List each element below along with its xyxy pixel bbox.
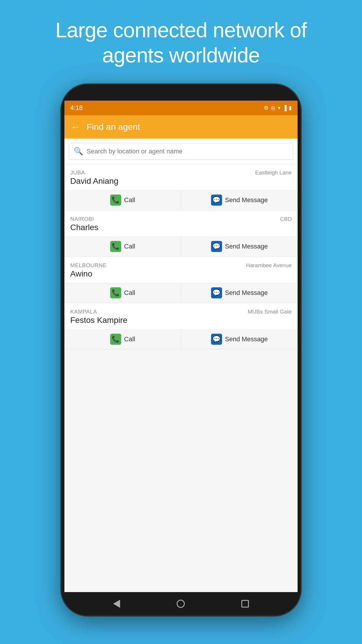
back-button[interactable]: ← [70, 122, 81, 132]
agent-name: Charles [70, 223, 292, 232]
agent-actions: 📞 Call 💬 Send Message [64, 190, 298, 210]
agent-card: NAIROBI CBD Charles 📞 Call 💬 Send Messag… [64, 211, 298, 257]
message-button[interactable]: 💬 Send Message [181, 190, 298, 210]
battery-icon: ▮ [289, 105, 292, 111]
message-button[interactable]: 💬 Send Message [181, 283, 298, 303]
agent-city: NAIROBI [70, 216, 94, 222]
message-button[interactable]: 💬 Send Message [181, 236, 298, 257]
agent-street: Harambee Avenue [246, 262, 292, 269]
call-label: Call [124, 196, 135, 204]
call-icon: 📞 [110, 287, 121, 298]
call-label: Call [124, 335, 135, 343]
search-bar[interactable]: 🔍 [69, 143, 293, 160]
agent-city: KAMPALA [70, 309, 97, 315]
target-icon: ◎ [271, 105, 275, 111]
call-icon: 📞 [110, 241, 121, 252]
nav-home-button[interactable] [177, 600, 185, 608]
search-icon: 🔍 [74, 147, 83, 156]
agent-city: MELBOURNE [70, 262, 107, 269]
phone-screen: 4:18 ⚙ ◎ ▾ ▐ ▮ ← Find an agent 🔍 [64, 101, 298, 599]
agent-name: David Aniang [70, 176, 292, 186]
app-bar-title: Find an agent [87, 122, 140, 132]
agent-header: NAIROBI CBD [70, 216, 292, 222]
message-icon: 💬 [211, 287, 222, 298]
message-icon: 💬 [211, 195, 222, 206]
nav-recent-button[interactable] [241, 600, 249, 608]
phone-frame: 4:18 ⚙ ◎ ▾ ▐ ▮ ← Find an agent 🔍 [61, 85, 301, 615]
nav-back-button[interactable] [113, 600, 120, 608]
phone-top-notch [61, 85, 301, 101]
agent-name: Awino [70, 269, 292, 279]
agent-card: MELBOURNE Harambee Avenue Awino 📞 Call 💬… [64, 257, 298, 303]
status-icons: ⚙ ◎ ▾ ▐ ▮ [264, 105, 292, 111]
agent-street: CBD [280, 216, 292, 222]
call-icon: 📞 [110, 334, 121, 345]
agent-city: JUBA [70, 169, 85, 176]
message-icon: 💬 [211, 334, 222, 345]
agent-actions: 📞 Call 💬 Send Message [64, 236, 298, 257]
wifi-icon: ▾ [278, 105, 280, 111]
agent-card: JUBA Eastleigh Lane David Aniang 📞 Call … [64, 164, 298, 211]
search-input[interactable] [87, 148, 288, 155]
message-label: Send Message [225, 243, 268, 250]
call-button[interactable]: 📞 Call [64, 329, 181, 349]
phone-nav-bar [61, 592, 301, 615]
agent-actions: 📞 Call 💬 Send Message [64, 329, 298, 349]
agent-name: Festos Kampire [70, 316, 292, 325]
message-label: Send Message [225, 335, 268, 343]
status-time: 4:18 [70, 104, 83, 112]
call-label: Call [124, 243, 135, 250]
heading-line1: Large connected network of [55, 18, 307, 42]
message-button[interactable]: 💬 Send Message [181, 329, 298, 349]
signal-icon: ▐ [283, 105, 287, 111]
page-heading: Large connected network of agents worldw… [0, 0, 362, 83]
call-icon: 📞 [110, 195, 121, 206]
search-bar-container: 🔍 [64, 139, 298, 164]
message-icon: 💬 [211, 241, 222, 252]
agent-header: JUBA Eastleigh Lane [70, 169, 292, 176]
call-button[interactable]: 📞 Call [64, 283, 181, 303]
message-label: Send Message [225, 289, 268, 297]
call-label: Call [124, 289, 135, 297]
call-button[interactable]: 📞 Call [64, 190, 181, 210]
agent-header: MELBOURNE Harambee Avenue [70, 262, 292, 269]
call-button[interactable]: 📞 Call [64, 236, 181, 257]
agent-street: Eastleigh Lane [255, 169, 292, 176]
status-bar: 4:18 ⚙ ◎ ▾ ▐ ▮ [64, 101, 298, 115]
gear-icon: ⚙ [264, 105, 268, 111]
agent-card: KAMPALA MUBs Small Gate Festos Kampire 📞… [64, 303, 298, 350]
agent-street: MUBs Small Gate [248, 309, 292, 315]
agent-list: JUBA Eastleigh Lane David Aniang 📞 Call … [64, 164, 298, 350]
heading-line2: agents worldwide [102, 43, 260, 67]
agent-actions: 📞 Call 💬 Send Message [64, 283, 298, 303]
app-bar: ← Find an agent [64, 115, 298, 139]
message-label: Send Message [225, 196, 268, 204]
agent-header: KAMPALA MUBs Small Gate [70, 309, 292, 315]
